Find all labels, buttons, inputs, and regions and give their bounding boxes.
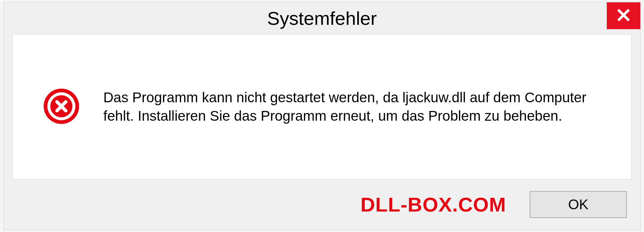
watermark-text: DLL-BOX.COM — [361, 193, 506, 216]
dialog-title: Systemfehler — [267, 7, 377, 29]
close-icon — [617, 8, 630, 23]
ok-button[interactable]: OK — [530, 191, 627, 218]
dialog-footer: DLL-BOX.COM OK — [4, 179, 640, 230]
content-panel: Das Programm kann nicht gestartet werden… — [12, 34, 632, 179]
error-message: Das Programm kann nicht gestartet werden… — [103, 89, 611, 125]
error-icon — [43, 88, 80, 126]
titlebar: Systemfehler — [4, 2, 640, 34]
close-button[interactable] — [607, 2, 640, 29]
error-dialog: Systemfehler Das Programm kann nicht ges… — [3, 2, 641, 230]
